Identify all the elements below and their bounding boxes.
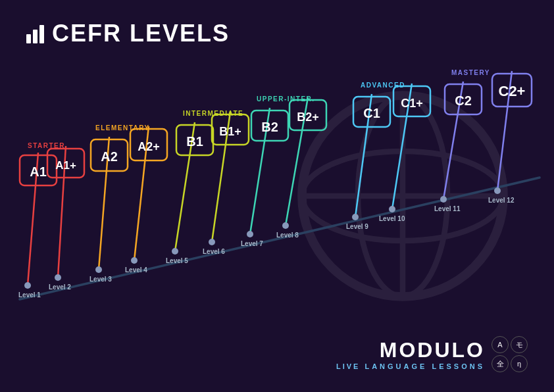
svg-text:A2: A2 bbox=[101, 149, 118, 164]
svg-point-65 bbox=[440, 196, 447, 203]
logo-live: LIVE bbox=[336, 362, 360, 370]
svg-text:ELEMENTARY: ELEMENTARY bbox=[95, 124, 150, 132]
svg-text:ADVANCED: ADVANCED bbox=[361, 82, 405, 89]
svg-text:Level 3: Level 3 bbox=[89, 276, 112, 283]
svg-text:Level 8: Level 8 bbox=[276, 232, 299, 239]
svg-text:B1: B1 bbox=[186, 134, 203, 149]
page-title: CEFR LEVELS bbox=[52, 20, 230, 47]
logo-icon-eta: η bbox=[511, 355, 528, 372]
svg-text:UPPER-INTER.: UPPER-INTER. bbox=[257, 95, 315, 103]
svg-text:C1+: C1+ bbox=[401, 97, 423, 110]
logo-text: MODULO LIVE LANGUAGE LESSONS bbox=[336, 338, 485, 370]
svg-text:MASTERY: MASTERY bbox=[451, 69, 490, 76]
svg-point-26 bbox=[131, 257, 138, 264]
svg-text:Level 1: Level 1 bbox=[18, 291, 41, 299]
cefr-diagram: STARTER A1 Level 1 A1+ Level 2 ELEMENTAR… bbox=[0, 0, 554, 392]
svg-text:Level 11: Level 11 bbox=[434, 205, 461, 212]
svg-text:C2: C2 bbox=[455, 93, 472, 108]
svg-point-21 bbox=[95, 266, 102, 273]
svg-text:Level 5: Level 5 bbox=[166, 257, 188, 264]
logo-icon-zen: 全 bbox=[491, 355, 509, 372]
svg-point-32 bbox=[172, 248, 178, 255]
svg-point-59 bbox=[389, 206, 395, 212]
svg-text:Level 6: Level 6 bbox=[203, 248, 225, 255]
svg-text:Level 12: Level 12 bbox=[488, 197, 515, 204]
logo-area: MODULO LIVE LANGUAGE LESSONS A モ 全 η bbox=[336, 336, 528, 372]
svg-point-10 bbox=[24, 282, 31, 289]
logo-icon-a: A bbox=[491, 336, 509, 353]
svg-point-48 bbox=[282, 222, 289, 229]
logo-tagline: LIVE LANGUAGE LESSONS bbox=[336, 362, 485, 370]
logo-icon-mo: モ bbox=[511, 336, 528, 353]
svg-text:B2: B2 bbox=[261, 120, 278, 134]
svg-text:A1+: A1+ bbox=[55, 159, 76, 172]
svg-point-70 bbox=[494, 187, 501, 194]
svg-text:C2+: C2+ bbox=[499, 83, 526, 99]
logo-name: MODULO bbox=[336, 338, 485, 362]
svg-text:C1: C1 bbox=[363, 106, 380, 120]
svg-text:A1: A1 bbox=[30, 164, 47, 179]
svg-text:Level 7: Level 7 bbox=[241, 240, 263, 247]
logo-icons: A モ 全 η bbox=[491, 336, 528, 372]
svg-text:Level 4: Level 4 bbox=[125, 266, 147, 274]
svg-point-43 bbox=[247, 231, 253, 237]
svg-point-54 bbox=[352, 214, 359, 220]
svg-text:B2+: B2+ bbox=[297, 110, 319, 124]
svg-text:Level 2: Level 2 bbox=[49, 283, 71, 291]
svg-point-37 bbox=[209, 239, 215, 245]
logo-rest: LANGUAGE LESSONS bbox=[360, 362, 485, 370]
svg-text:Level 9: Level 9 bbox=[346, 223, 368, 230]
svg-point-15 bbox=[55, 274, 61, 281]
svg-text:A2+: A2+ bbox=[138, 140, 160, 153]
page-header: CEFR LEVELS bbox=[26, 20, 230, 47]
svg-text:B1+: B1+ bbox=[219, 125, 241, 138]
bar-chart-icon bbox=[26, 24, 44, 43]
svg-text:Level 10: Level 10 bbox=[379, 215, 405, 222]
